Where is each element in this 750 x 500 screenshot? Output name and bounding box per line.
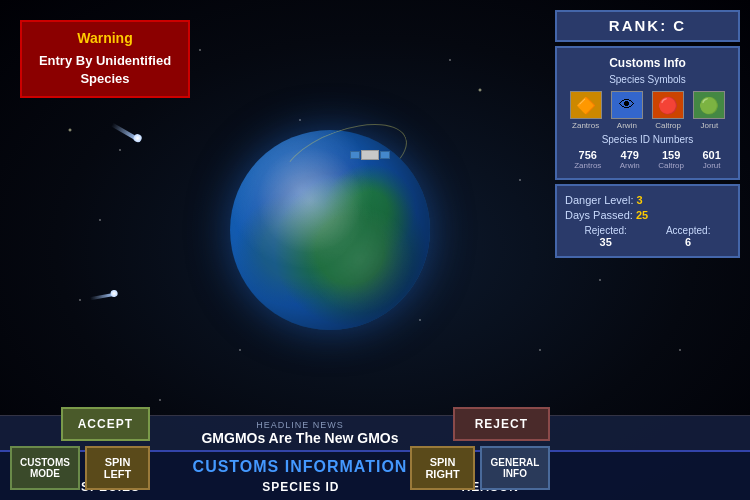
days-passed-row: Days Passed: 25 — [565, 209, 730, 221]
arwin-badge: 👁 — [611, 91, 643, 119]
id-caltrop: 159 Caltrop — [658, 149, 684, 170]
species-icon-jorut: 🟢 Jorut — [690, 91, 728, 130]
arwin-name: Arwin — [608, 121, 646, 130]
bottom-row-right: SPIN RIGHT GENERAL INFO — [410, 446, 550, 490]
id-arwin: 479 Arwin — [620, 149, 640, 170]
arwin-id-number: 479 — [620, 149, 640, 161]
jorut-badge: 🟢 — [693, 91, 725, 119]
customs-info-panel: Customs Info Species Symbols 🔶 Zantros 👁… — [555, 46, 740, 180]
rejected-accepted-row: Rejected: 35 Accepted: 6 — [565, 225, 730, 248]
zantros-id-name: Zantros — [574, 161, 601, 170]
zantros-name: Zantros — [567, 121, 605, 130]
bottom-row-left: CUSTOMS MODE SPIN LEFT — [10, 446, 150, 490]
species-id-label: Species ID Numbers — [565, 134, 730, 145]
arwin-id-name: Arwin — [620, 161, 640, 170]
accepted-value: 6 — [666, 236, 710, 248]
danger-panel: Danger Level: 3 Days Passed: 25 Rejected… — [555, 184, 740, 258]
jorut-name: Jorut — [690, 121, 728, 130]
species-symbols-label: Species Symbols — [565, 74, 730, 85]
customs-info-title: Customs Info — [565, 56, 730, 70]
spin-right-button[interactable]: SPIN RIGHT — [410, 446, 475, 490]
customs-mode-button[interactable]: CUSTOMS MODE — [10, 446, 80, 490]
zantros-badge: 🔶 — [570, 91, 602, 119]
warning-title: Warning — [32, 30, 178, 46]
warning-text: Entry By Unidentified Species — [32, 52, 178, 88]
satellite — [350, 145, 390, 165]
caltrop-name: Caltrop — [649, 121, 687, 130]
rank-bar: RANK: C — [555, 10, 740, 42]
accepted-label: Accepted: — [666, 225, 710, 236]
warning-panel: Warning Entry By Unidentified Species — [20, 20, 190, 98]
bottom-buttons-right: REJECT SPIN RIGHT GENERAL INFO — [410, 407, 550, 490]
col-species-id: SPECIES ID — [262, 480, 339, 494]
rejected-value: 35 — [585, 236, 627, 248]
jorut-id-number: 601 — [702, 149, 720, 161]
days-label: Days Passed: — [565, 209, 633, 221]
rejected-stat: Rejected: 35 — [585, 225, 627, 248]
caltrop-id-number: 159 — [658, 149, 684, 161]
satellite-body — [361, 150, 379, 160]
danger-level-row: Danger Level: 3 — [565, 194, 730, 206]
species-icon-zantros: 🔶 Zantros — [567, 91, 605, 130]
zantros-id-number: 756 — [574, 149, 601, 161]
species-icons-row: 🔶 Zantros 👁 Arwin 🔴 Caltrop 🟢 Jorut — [565, 91, 730, 130]
spin-left-button[interactable]: SPIN LEFT — [85, 446, 150, 490]
species-icon-caltrop: 🔴 Caltrop — [649, 91, 687, 130]
bottom-buttons-left: ACCEPT CUSTOMS MODE SPIN LEFT — [10, 407, 150, 490]
species-icon-arwin: 👁 Arwin — [608, 91, 646, 130]
danger-label: Danger Level: — [565, 194, 634, 206]
right-panel: RANK: C Customs Info Species Symbols 🔶 Z… — [555, 10, 740, 258]
general-info-button[interactable]: GENERAL INFO — [480, 446, 550, 490]
accepted-stat: Accepted: 6 — [666, 225, 710, 248]
reject-button[interactable]: REJECT — [453, 407, 550, 441]
accept-button[interactable]: ACCEPT — [61, 407, 150, 441]
satellite-panel-left — [350, 151, 360, 159]
id-jorut: 601 Jorut — [702, 149, 720, 170]
satellite-panel-right — [380, 151, 390, 159]
id-zantros: 756 Zantros — [574, 149, 601, 170]
jorut-id-name: Jorut — [702, 161, 720, 170]
rejected-label: Rejected: — [585, 225, 627, 236]
species-id-row: 756 Zantros 479 Arwin 159 Caltrop 601 Jo… — [565, 149, 730, 170]
caltrop-badge: 🔴 — [652, 91, 684, 119]
caltrop-id-name: Caltrop — [658, 161, 684, 170]
rank-label: RANK: C — [609, 17, 686, 34]
days-value: 25 — [636, 209, 648, 221]
danger-value: 3 — [637, 194, 643, 206]
